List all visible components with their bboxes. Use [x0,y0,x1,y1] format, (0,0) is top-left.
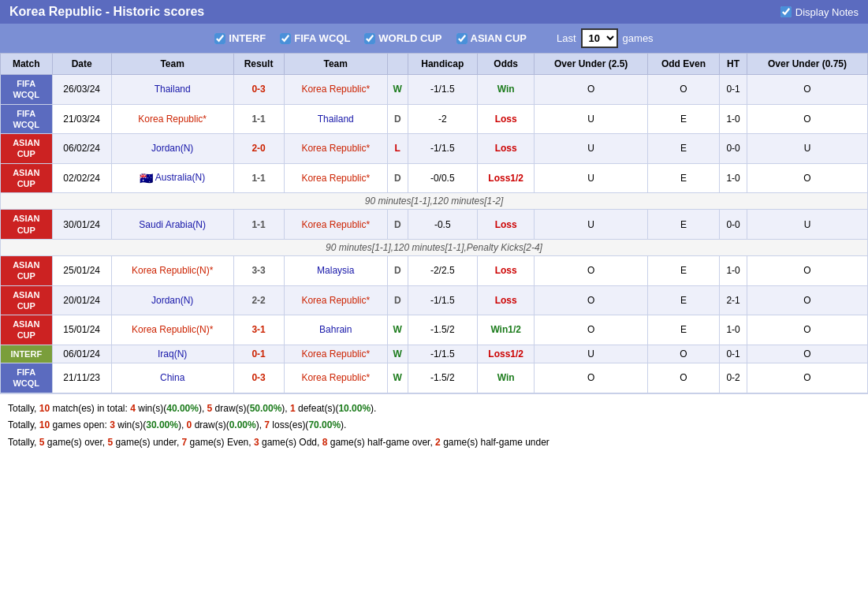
display-notes-label: Display Notes [795,6,859,18]
match-handicap: -2 [408,104,477,134]
summary-total-games: 10 [39,419,50,430]
match-date: 30/01/24 [52,210,111,240]
page-header: Korea Republic - Historic scores Display… [0,0,868,24]
team2-name: Korea Republic* [284,285,387,315]
match-label: ASIAN CUP [1,134,53,164]
match-date: 15/01/24 [52,315,111,345]
match-odds: Loss [477,134,534,164]
filter-fifawcql-checkbox[interactable] [280,33,291,44]
match-ou25: U [535,104,648,134]
team1-name: Korea Republic(N)* [111,255,233,285]
team1-name: China [111,363,233,393]
team1-name: Thailand [111,75,233,105]
table-row: ASIAN CUP20/01/24Jordan(N)2-2Korea Repub… [1,285,868,315]
match-result: 3-1 [233,315,284,345]
match-label: FIFA WCQL [1,104,53,134]
match-ou25: O [535,363,648,393]
page-title: Korea Republic - Historic scores [9,5,204,19]
team1-name: Jordan(N) [111,134,233,164]
match-date: 06/01/24 [52,345,111,363]
match-odds: Loss [477,285,534,315]
match-label: FIFA WCQL [1,75,53,105]
table-row: ASIAN CUP30/01/24Saudi Arabia(N)1-1Korea… [1,210,868,240]
match-odds: Loss [477,210,534,240]
col-odd-even: Odd Even [647,54,719,75]
match-label: ASIAN CUP [1,210,53,240]
summary-open-wins-pct: 30.00% [146,419,178,430]
table-row: FIFA WCQL26/03/24Thailand0-3Korea Republ… [1,75,868,105]
match-odd-even: E [647,134,719,164]
table-row: INTERF06/01/24Iraq(N)0-1Korea Republic*W… [1,345,868,363]
match-handicap: -1/1.5 [408,134,477,164]
match-ht: 0-0 [720,134,747,164]
filter-world-cup[interactable]: WORLD CUP [364,32,441,44]
match-ou25: O [535,75,648,105]
table-row: ASIAN CUP25/01/24Korea Republic(N)*3-3Ma… [1,255,868,285]
match-handicap: -1.5/2 [408,315,477,345]
last-games-select[interactable]: 10 20 30 [581,28,618,48]
match-ou075: O [747,345,868,363]
games-label: games [623,32,654,44]
match-odd-even: O [647,345,719,363]
filter-asian-cup[interactable]: ASIAN CUP [456,32,527,44]
match-handicap: -0.5 [408,210,477,240]
match-odds: Loss1/2 [477,163,534,193]
match-wdl: W [387,345,408,363]
match-ht: 0-0 [720,210,747,240]
col-odds: Odds [477,54,534,75]
match-ht: 1-0 [720,315,747,345]
summary-open-losses-pct: 70.00% [308,419,341,430]
match-label: ASIAN CUP [1,315,53,345]
note-text: 90 minutes[1-1],120 minutes[1-1],Penalty… [1,239,868,255]
team2-name: Korea Republic* [284,134,387,164]
table-row: ASIAN CUP06/02/24Jordan(N)2-0Korea Repub… [1,134,868,164]
team2-name: Korea Republic* [284,75,387,105]
match-ht: 1-0 [720,255,747,285]
filter-fifawcql-label: FIFA WCQL [294,32,350,44]
filter-asiancup-checkbox[interactable] [456,33,468,44]
match-result: 0-1 [233,345,284,363]
team2-name: Bahrain [284,315,387,345]
table-row: FIFA WCQL21/11/23China0-3Korea Republic*… [1,363,868,393]
team1-name: Jordan(N) [111,285,233,315]
match-ht: 2-1 [720,285,747,315]
match-handicap: -1/1.5 [408,75,477,105]
display-notes-toggle[interactable]: Display Notes [780,6,859,18]
team2-name: Korea Republic* [284,345,387,363]
summary-draws: 5 [207,403,213,414]
match-handicap: -0/0.5 [408,163,477,193]
table-row: ASIAN CUP15/01/24Korea Republic(N)*3-1Ba… [1,315,868,345]
filter-worldcup-checkbox[interactable] [364,33,375,44]
scores-table: Match Date Team Result Team Handicap Odd… [0,53,868,393]
match-ou075: O [747,363,868,393]
summary-open-draws: 0 [187,419,192,430]
filter-asiancup-label: ASIAN CUP [471,32,527,44]
filter-fifa-wcql[interactable]: FIFA WCQL [280,32,350,44]
match-wdl: D [387,104,408,134]
page-wrapper: Korea Republic - Historic scores Display… [0,0,868,457]
display-notes-checkbox[interactable] [780,6,792,17]
match-odd-even: E [647,210,719,240]
summary-draws-pct: 50.00% [250,403,282,414]
match-wdl: D [387,285,408,315]
last-label: Last [557,32,576,44]
filter-interf[interactable]: INTERF [214,32,266,44]
match-odd-even: E [647,163,719,193]
col-team2: Team [284,54,387,75]
match-ht: 0-2 [720,363,747,393]
match-ht: 0-1 [720,75,747,105]
match-date: 21/11/23 [52,363,111,393]
match-ht: 1-0 [720,163,747,193]
col-handicap: Handicap [408,54,477,75]
match-wdl: W [387,363,408,393]
table-row: ASIAN CUP02/02/24🇦🇺 Australia(N)1-1Korea… [1,163,868,193]
match-ou075: U [747,210,868,240]
match-result: 0-3 [233,363,284,393]
col-ou075: Over Under (0.75) [747,54,868,75]
match-odds: Loss1/2 [477,345,534,363]
match-date: 26/03/24 [52,75,111,105]
col-wdl [387,54,408,75]
summary-line3: Totally, 5 game(s) over, 5 game(s) under… [8,434,860,452]
summary-defeats: 1 [290,403,296,414]
filter-interf-checkbox[interactable] [214,33,225,44]
